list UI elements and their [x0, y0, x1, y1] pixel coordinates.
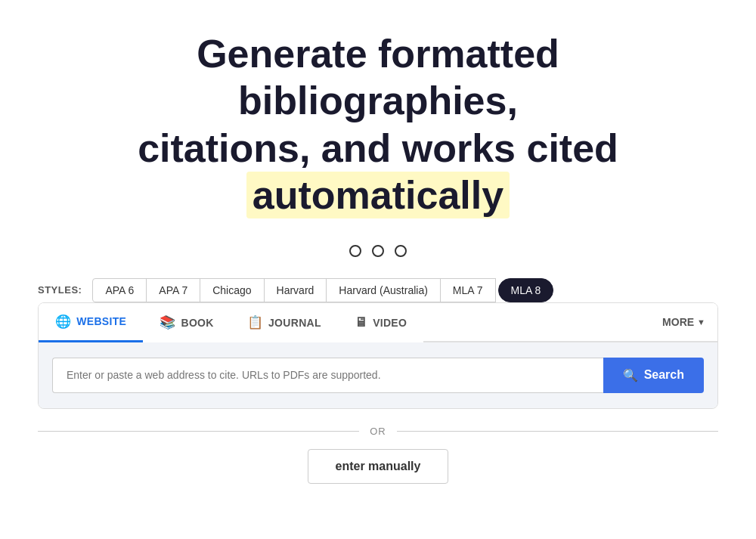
or-divider-row: OR: [38, 426, 718, 437]
tab-video-label: VIDEO: [373, 317, 407, 329]
style-mla8[interactable]: MLA 8: [498, 278, 554, 302]
tab-more[interactable]: MORE ▼: [650, 303, 717, 341]
website-icon: 🌐: [55, 314, 71, 330]
style-apa7[interactable]: APA 7: [146, 278, 200, 302]
search-bar: 🔍 Search: [52, 358, 704, 393]
tab-journal-label: JOURNAL: [268, 317, 321, 329]
dot-2: [372, 245, 384, 257]
style-harvard[interactable]: Harvard: [264, 278, 327, 302]
hero-title-highlight: automatically: [246, 172, 510, 218]
search-input[interactable]: [52, 358, 603, 393]
tab-book-label: BOOK: [181, 317, 214, 329]
hero-title-line2: citations, and works cited: [138, 126, 618, 170]
dot-1: [349, 245, 361, 257]
hero-title-line1: Generate formatted bibliographies,: [197, 32, 559, 122]
or-line-right: [397, 431, 718, 432]
tab-book[interactable]: 📚 BOOK: [143, 303, 231, 342]
enter-manually-button[interactable]: enter manually: [308, 449, 449, 484]
dots-indicator: [349, 245, 407, 257]
style-harvard-au[interactable]: Harvard (Australia): [326, 278, 440, 302]
search-icon: 🔍: [623, 368, 638, 383]
search-area: 🔍 Search: [39, 342, 717, 408]
style-apa6[interactable]: APA 6: [92, 278, 147, 302]
main-panel: 🌐 WEBSITE 📚 BOOK 📋 JOURNAL 🖥 VIDEO MORE …: [38, 302, 718, 409]
tabs-row: 🌐 WEBSITE 📚 BOOK 📋 JOURNAL 🖥 VIDEO MORE …: [39, 303, 717, 342]
styles-label: STYLES:: [38, 284, 82, 296]
tab-video[interactable]: 🖥 VIDEO: [338, 303, 423, 342]
tab-website-label: WEBSITE: [76, 315, 126, 327]
or-text: OR: [370, 426, 386, 437]
book-icon: 📚: [160, 314, 175, 330]
tab-website[interactable]: 🌐 WEBSITE: [39, 303, 143, 342]
style-chicago[interactable]: Chicago: [200, 278, 264, 302]
more-tab-label: MORE: [662, 316, 694, 328]
dot-3: [395, 245, 407, 257]
or-line-left: [38, 431, 359, 432]
chevron-down-icon: ▼: [697, 318, 705, 327]
video-icon: 🖥: [355, 315, 367, 330]
style-mla7[interactable]: MLA 7: [440, 278, 496, 302]
journal-icon: 📋: [247, 314, 263, 330]
hero-title: Generate formatted bibliographies, citat…: [57, 30, 699, 219]
styles-row: STYLES: APA 6 APA 7 Chicago Harvard Harv…: [38, 278, 718, 302]
search-button[interactable]: 🔍 Search: [603, 358, 704, 393]
search-button-label: Search: [644, 368, 684, 382]
tab-journal[interactable]: 📋 JOURNAL: [231, 303, 338, 342]
enter-manually-label: enter manually: [336, 460, 421, 472]
